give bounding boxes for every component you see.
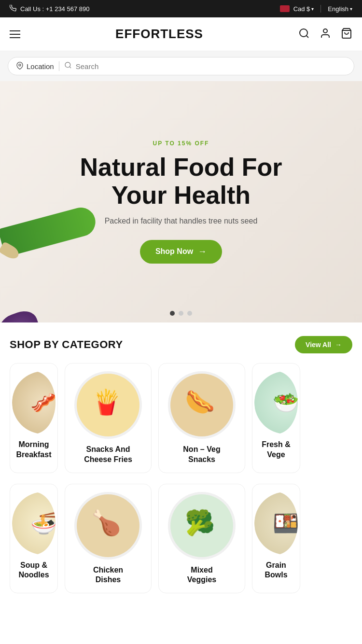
search-section	[64, 61, 346, 71]
category-label-snacks: Snacks AndCheese Fries	[84, 445, 132, 465]
category-card-partial-grain[interactable]: 🍱 GrainBowls	[252, 484, 300, 594]
search-input[interactable]	[76, 62, 346, 70]
language-chevron-icon: ▾	[350, 6, 352, 12]
category-section: SHOP BY CATEGORY View All → 🥓 MorningBre…	[0, 322, 362, 612]
view-all-button[interactable]: View All →	[295, 336, 352, 353]
category-card-veggie[interactable]: MixedVeggies	[158, 484, 245, 594]
category-label-fresh: Fresh &Vege	[262, 440, 291, 460]
svg-point-5	[65, 62, 70, 68]
hero-content: UP TO 15% OFF Natural Food For Your Heal…	[0, 81, 362, 322]
category-card-nonveg[interactable]: Non – VegSnacks	[158, 363, 245, 473]
hamburger-line	[10, 37, 20, 38]
category-card-snacks[interactable]: Snacks AndCheese Fries	[65, 363, 152, 473]
category-label-morning: MorningBreakfast	[16, 440, 52, 460]
top-bar-locale: Cad $ ▾ English ▾	[280, 5, 352, 13]
hamburger-line	[10, 30, 20, 31]
category-label-veggie: MixedVeggies	[187, 565, 216, 586]
arrow-icon: →	[198, 247, 207, 257]
chicken-food-image	[77, 494, 139, 557]
category-label-nonveg: Non – VegSnacks	[183, 445, 220, 465]
hamburger-line	[10, 34, 20, 35]
carousel-dot-2[interactable]	[179, 311, 183, 316]
header: EFFORTLESS	[0, 17, 362, 51]
account-button[interactable]	[320, 28, 331, 41]
category-label-grain: GrainBowls	[265, 560, 287, 581]
snacks-food-image	[77, 374, 139, 436]
phone-icon	[10, 5, 16, 13]
search-bar: Location	[8, 57, 354, 75]
location-label: Location	[27, 62, 54, 70]
svg-line-1	[306, 35, 308, 37]
category-image-nonveg	[168, 371, 236, 439]
currency-selector[interactable]: Cad $ ▾	[293, 5, 314, 13]
category-row-1: 🥓 MorningBreakfast Snacks AndCheese Frie…	[0, 363, 362, 477]
hero-subtitle: Packed in facility that handles tree nut…	[105, 217, 258, 225]
phone-label: Call Us : +1 234 567 890	[20, 5, 89, 13]
category-label-chicken: ChickenDishes	[93, 565, 123, 586]
category-image-morning: 🥓	[12, 371, 56, 434]
category-image-fresh: 🥗	[254, 371, 298, 434]
search-icon	[64, 61, 72, 71]
search-divider	[59, 61, 59, 71]
cart-button[interactable]	[341, 28, 352, 41]
hero-banner: UP TO 15% OFF Natural Food For Your Heal…	[0, 81, 362, 322]
currency-chevron-icon: ▾	[311, 6, 314, 12]
category-card-partial-left[interactable]: 🥓 MorningBreakfast	[10, 363, 58, 473]
svg-line-6	[70, 67, 71, 68]
language-selector[interactable]: English ▾	[328, 5, 352, 13]
svg-point-4	[19, 64, 21, 66]
category-image-grain: 🍱	[254, 492, 298, 555]
category-card-partial-right[interactable]: 🥗 Fresh &Vege	[252, 363, 300, 473]
category-card-partial-soup[interactable]: 🍜 Soup &Noodles	[10, 484, 58, 594]
carousel-dots	[170, 311, 192, 316]
search-bar-container: Location	[0, 51, 362, 81]
category-image-soup: 🍜	[12, 492, 56, 555]
veggie-food-image	[170, 494, 233, 557]
category-label-soup: Soup &Noodles	[18, 560, 49, 581]
top-bar-contact: Call Us : +1 234 567 890	[10, 5, 89, 13]
shop-now-button[interactable]: Shop Now →	[140, 240, 222, 264]
location-selector[interactable]: Location	[16, 62, 54, 71]
search-button[interactable]	[298, 28, 310, 41]
category-card-chicken[interactable]: ChickenDishes	[65, 484, 152, 594]
locale-divider	[320, 5, 321, 13]
nonveg-food-image	[170, 374, 233, 436]
section-title: SHOP BY CATEGORY	[10, 338, 123, 351]
carousel-dot-3[interactable]	[187, 311, 192, 316]
hamburger-button[interactable]	[10, 30, 20, 38]
location-pin-icon	[16, 62, 24, 71]
category-row-2: 🍜 Soup &Noodles ChickenDishes MixedVeggi…	[0, 484, 362, 598]
flag-icon	[280, 5, 290, 12]
svg-point-2	[323, 29, 327, 33]
category-image-chicken	[74, 492, 142, 560]
category-image-veggie	[168, 492, 236, 560]
site-logo[interactable]: EFFORTLESS	[115, 27, 203, 42]
hero-tag: UP TO 15% OFF	[153, 140, 209, 147]
top-bar: Call Us : +1 234 567 890 Cad $ ▾ English…	[0, 0, 362, 17]
carousel-dot-1[interactable]	[170, 311, 175, 316]
category-image-snacks	[74, 371, 142, 439]
hero-title: Natural Food For Your Health	[80, 154, 282, 209]
section-header: SHOP BY CATEGORY View All →	[10, 336, 352, 353]
svg-point-0	[300, 29, 307, 37]
view-all-arrow-icon: →	[335, 341, 342, 349]
header-icons	[298, 28, 352, 41]
